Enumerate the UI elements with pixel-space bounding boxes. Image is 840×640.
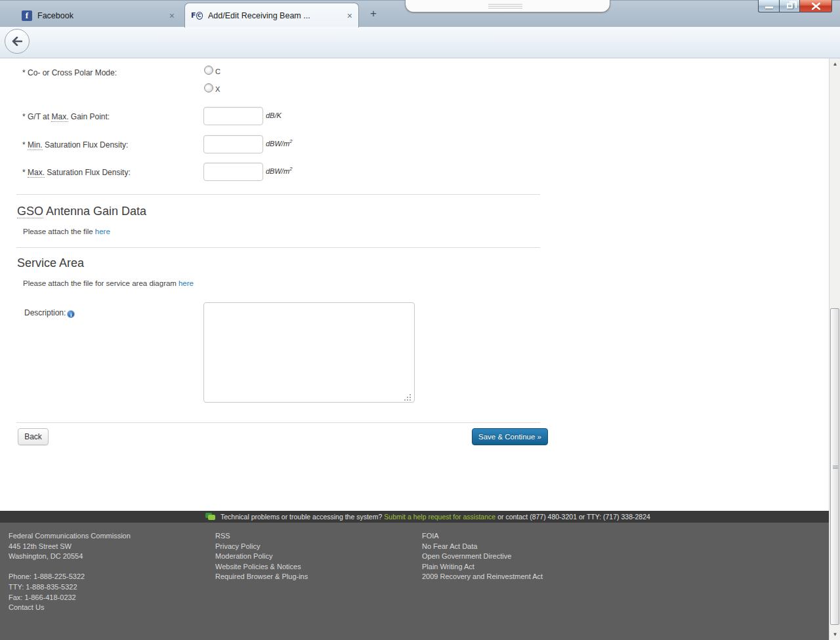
footer-link-recovery-act[interactable]: 2009 Recovery and Reinvestment Act xyxy=(422,572,543,582)
description-label: Description:i xyxy=(24,308,75,318)
help-bar-text: Technical problems or trouble accessing … xyxy=(220,513,650,521)
description-textarea[interactable] xyxy=(203,302,415,403)
polar-mode-radio-c[interactable] xyxy=(204,66,213,75)
navigation-toolbar xyxy=(0,27,840,58)
contact-us-link[interactable]: Contact Us xyxy=(9,603,131,613)
save-continue-button[interactable]: Save & Continue » xyxy=(472,428,548,445)
fcc-logo-icon: FC xyxy=(191,10,203,21)
footer-link-open-government[interactable]: Open Government Directive xyxy=(422,551,543,562)
polar-mode-radio-x[interactable] xyxy=(204,83,213,92)
polar-mode-label: * Co- or Cross Polar Mode: xyxy=(22,68,117,77)
max-sfd-unit: dBW/m2 xyxy=(266,166,293,175)
tab-facebook[interactable]: f Facebook × xyxy=(16,4,180,28)
scroll-down-button[interactable]: ▼ xyxy=(830,629,840,640)
footer-link-required-browser[interactable]: Required Browser & Plug-ins xyxy=(215,572,308,582)
footer-text: 445 12th Street SW xyxy=(9,542,131,552)
new-tab-button[interactable]: + xyxy=(365,7,382,23)
footer-text: TTY: 1-888-835-5322 xyxy=(9,582,131,593)
footer-link-privacy-policy[interactable]: Privacy Policy xyxy=(215,542,308,552)
service-area-attach-text: Please attach the file for service area … xyxy=(23,279,194,287)
facebook-icon: f xyxy=(22,10,32,21)
close-icon[interactable]: × xyxy=(169,11,175,20)
close-window-button[interactable] xyxy=(800,0,832,12)
resize-grip-icon[interactable] xyxy=(404,393,412,401)
max-sfd-input[interactable] xyxy=(203,163,263,181)
back-button[interactable]: Back xyxy=(18,428,49,445)
tab-add-edit-receiving-beam[interactable]: FC Add/Edit Receiving Beam ... × xyxy=(184,3,359,28)
footer-text: Fax: 1-866-418-0232 xyxy=(9,593,131,603)
footer-address-column: Federal Communications Commission 445 12… xyxy=(9,531,131,613)
footer-link-plain-writing[interactable]: Plain Writing Act xyxy=(422,562,543,572)
footer-link-rss[interactable]: RSS xyxy=(215,531,308,542)
gt-max-gain-unit: dB/K xyxy=(266,111,282,119)
tab-title: Facebook xyxy=(37,11,165,20)
footer: Federal Communications Commission 445 12… xyxy=(0,523,829,640)
drag-handle-icon xyxy=(488,4,522,10)
footer-link-website-policies[interactable]: Website Policies & Notices xyxy=(215,562,308,572)
gso-attach-text: Please attach the filehere xyxy=(23,228,110,235)
scrollbar-grip-icon xyxy=(833,466,838,470)
browser-window: f Facebook × FC Add/Edit Receiving Beam … xyxy=(0,0,840,640)
help-chat-icon xyxy=(205,513,215,521)
background-window-edge[interactable] xyxy=(405,0,610,12)
scrollbar-thumb[interactable] xyxy=(830,308,839,625)
footer-links-column: RSS Privacy Policy Moderation Policy Web… xyxy=(215,531,308,582)
footer-link-moderation-policy[interactable]: Moderation Policy xyxy=(215,551,308,562)
footer-links-column: FOIA No Fear Act Data Open Government Di… xyxy=(422,531,543,582)
close-icon[interactable]: × xyxy=(347,11,352,20)
footer-text: Federal Communications Commission xyxy=(9,531,131,542)
footer-text: Phone: 1-888-225-5322 xyxy=(9,572,131,582)
footer-link-foia[interactable]: FOIA xyxy=(422,531,543,542)
polar-mode-radio-c-label: C xyxy=(215,68,220,75)
divider xyxy=(16,194,540,195)
back-arrow-icon xyxy=(12,37,22,46)
restore-button[interactable] xyxy=(779,0,800,12)
footer-link-no-fear-act[interactable]: No Fear Act Data xyxy=(422,542,543,552)
close-icon xyxy=(812,3,820,10)
min-sfd-input[interactable] xyxy=(203,135,263,153)
min-sfd-label: * Min. Saturation Flux Density: xyxy=(22,140,128,150)
gt-max-gain-label: * G/T at Max. Gain Point: xyxy=(22,112,110,121)
service-area-section-title: Service Area xyxy=(17,256,84,270)
help-bar: Technical problems or trouble accessing … xyxy=(0,511,829,523)
footer-text: Washington, DC 20554 xyxy=(9,551,131,562)
service-area-attach-link[interactable]: here xyxy=(178,279,194,287)
gso-section-title: GSO Antenna Gain Data xyxy=(17,205,146,218)
polar-mode-radio-x-label: X xyxy=(215,85,220,93)
help-request-link[interactable]: Submit a help request for assistance xyxy=(384,513,495,521)
info-icon[interactable]: i xyxy=(67,310,75,318)
minimize-button[interactable] xyxy=(758,0,779,12)
max-sfd-label: * Max. Saturation Flux Density: xyxy=(22,168,131,177)
gso-attach-link[interactable]: here xyxy=(95,228,110,235)
scroll-up-button[interactable]: ▲ xyxy=(830,58,840,70)
minimize-icon xyxy=(765,7,773,9)
divider xyxy=(16,422,540,423)
vertical-scrollbar[interactable]: ▲ ▼ xyxy=(829,58,840,640)
min-sfd-unit: dBW/m2 xyxy=(266,138,293,148)
back-nav-button[interactable] xyxy=(5,29,30,54)
divider xyxy=(16,247,540,248)
restore-icon xyxy=(787,3,793,9)
gt-max-gain-input[interactable] xyxy=(203,107,263,125)
tab-title: Add/Edit Receiving Beam ... xyxy=(208,11,343,20)
window-controls xyxy=(758,0,832,12)
